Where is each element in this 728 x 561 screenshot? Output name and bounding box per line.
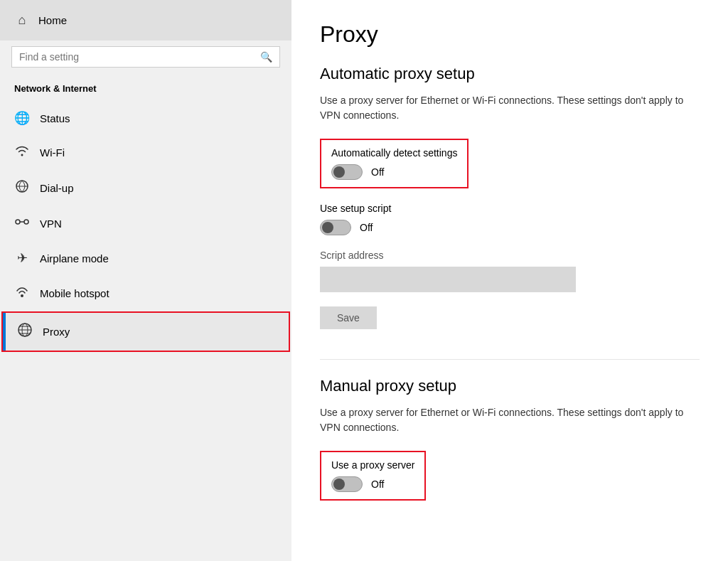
sidebar-item-wifi-label: Wi-Fi <box>40 146 65 159</box>
setup-script-state: Off <box>360 222 373 233</box>
vpn-icon <box>14 215 30 232</box>
auto-detect-toggle-row: Off <box>331 164 457 180</box>
page-title: Proxy <box>320 21 700 48</box>
svg-point-5 <box>21 294 23 297</box>
auto-detect-toggle[interactable] <box>331 164 363 180</box>
home-label: Home <box>38 14 67 26</box>
use-proxy-label: Use a proxy server <box>331 459 414 471</box>
search-icon: 🔍 <box>260 51 272 63</box>
sidebar-item-hotspot-label: Mobile hotspot <box>40 287 109 299</box>
automatic-proxy-title: Automatic proxy setup <box>320 65 700 83</box>
automatic-proxy-description: Use a proxy server for Ethernet or Wi-Fi… <box>320 93 700 123</box>
save-button[interactable]: Save <box>320 306 377 329</box>
use-proxy-toggle-row: Off <box>331 476 414 492</box>
sidebar-item-dialup-label: Dial-up <box>40 182 74 194</box>
svg-point-3 <box>24 220 28 224</box>
sidebar-item-dialup[interactable]: Dial-up <box>0 170 291 206</box>
sidebar: ⌂ Home 🔍 Network & Internet 🌐 Status Wi-… <box>0 0 291 561</box>
svg-point-2 <box>16 220 20 224</box>
dialup-icon <box>14 179 30 197</box>
use-proxy-state: Off <box>371 479 384 490</box>
auto-detect-setting: Automatically detect settings Off <box>320 139 469 188</box>
search-input[interactable] <box>19 51 260 63</box>
wifi-icon <box>14 144 30 161</box>
section-divider <box>320 359 700 360</box>
script-address-group: Script address <box>320 250 700 292</box>
status-icon: 🌐 <box>14 110 30 126</box>
home-icon: ⌂ <box>14 13 30 28</box>
sidebar-item-vpn-label: VPN <box>40 218 62 230</box>
airplane-icon: ✈ <box>14 250 30 266</box>
setup-script-toggle-row: Off <box>320 220 700 235</box>
sidebar-item-home[interactable]: ⌂ Home <box>0 0 291 41</box>
sidebar-item-hotspot[interactable]: Mobile hotspot <box>0 275 291 311</box>
main-content: Proxy Automatic proxy setup Use a proxy … <box>291 0 728 561</box>
use-proxy-setting: Use a proxy server Off <box>320 451 426 501</box>
script-address-input[interactable] <box>320 267 576 292</box>
sidebar-item-vpn[interactable]: VPN <box>0 206 291 241</box>
sidebar-item-airplane[interactable]: ✈ Airplane mode <box>0 241 291 275</box>
sidebar-item-airplane-label: Airplane mode <box>40 252 109 265</box>
sidebar-item-status-label: Status <box>40 112 70 124</box>
use-proxy-toggle[interactable] <box>331 476 363 492</box>
section-label: Network & Internet <box>0 79 291 101</box>
proxy-icon <box>17 322 33 341</box>
setup-script-setting: Use setup script Off <box>320 203 700 235</box>
manual-proxy-description: Use a proxy server for Ethernet or Wi-Fi… <box>320 405 700 435</box>
search-box: 🔍 <box>11 46 280 68</box>
setup-script-toggle[interactable] <box>320 220 351 235</box>
hotspot-icon <box>14 284 30 302</box>
manual-proxy-title: Manual proxy setup <box>320 377 700 395</box>
sidebar-item-status[interactable]: 🌐 Status <box>0 101 291 135</box>
sidebar-item-wifi[interactable]: Wi-Fi <box>0 135 291 170</box>
auto-detect-label: Automatically detect settings <box>331 147 457 159</box>
sidebar-item-proxy-label: Proxy <box>43 326 70 338</box>
auto-detect-state: Off <box>371 166 384 178</box>
setup-script-label: Use setup script <box>320 203 700 214</box>
sidebar-item-proxy[interactable]: Proxy <box>1 311 290 352</box>
script-address-label: Script address <box>320 250 700 261</box>
